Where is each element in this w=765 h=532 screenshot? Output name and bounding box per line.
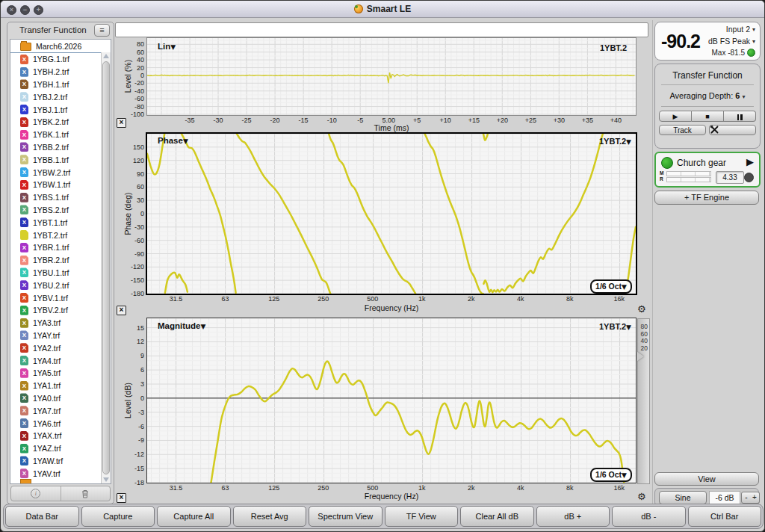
list-item[interactable]: X1YBH.2.trf — [10, 66, 111, 78]
toolbar-button-db-[interactable]: dB + — [536, 506, 610, 527]
list-item[interactable]: X1YBR.1.trf — [10, 241, 111, 254]
toolbar-button-db-[interactable]: dB - — [612, 506, 686, 527]
phase-smoothing-dropdown[interactable]: 1/6 Oct▼ — [590, 279, 632, 294]
averaging-depth-dropdown[interactable]: Averaging Depth: 6 ▾ — [655, 91, 760, 100]
partial-folder-icon — [20, 479, 31, 483]
axis-tick-label: -120 — [117, 263, 144, 270]
plot-area: Lin▼ 1YBT.2 × Phase▼ 1YBT.2▼ 1/6 Oct▼ × … — [114, 22, 649, 504]
list-item[interactable]: X1YAV.trf — [10, 467, 111, 480]
list-item[interactable]: 1YBT.2.trf — [10, 229, 111, 241]
list-item[interactable]: X1YA1.trf — [10, 380, 111, 392]
toolbar-button-tf-view[interactable]: TF View — [385, 506, 459, 527]
list-item[interactable]: X1YBU.1.trf — [10, 267, 111, 279]
stop-button[interactable]: ■ — [692, 111, 724, 122]
list-item[interactable]: X1YBT.1.trf — [10, 216, 111, 229]
list-item[interactable]: X1YBS.1.trf — [10, 191, 111, 204]
delay-value-field[interactable]: 4.33 — [716, 171, 744, 184]
magnitude-trace-dropdown[interactable]: 1YBT.2▼ — [599, 322, 631, 331]
phase-chart-type-dropdown[interactable]: Phase▼ — [158, 136, 188, 145]
list-item[interactable]: X1YBH.1.trf — [10, 78, 111, 91]
list-item[interactable]: X1YBG.1.trf — [10, 53, 111, 66]
view-button[interactable]: View — [654, 472, 759, 486]
axis-tick-label: 250 — [318, 295, 329, 303]
file-name: 1YA2.trf — [33, 344, 61, 353]
magnitude-settings-gear-icon[interactable]: ⚙ — [637, 492, 646, 501]
list-item[interactable]: X1YBJ.1.trf — [10, 103, 111, 116]
pause-button[interactable] — [724, 111, 756, 122]
folder-row[interactable]: March6.2026 — [10, 40, 111, 53]
list-item[interactable]: X1YAW.trf — [10, 455, 111, 468]
toolbar-button-reset-avg[interactable]: Reset Avg — [233, 506, 307, 527]
list-item[interactable]: X1YA2.trf — [10, 341, 111, 354]
tf-engine-church-gear[interactable]: Church gear ▶ M R 4.33 — [654, 152, 761, 188]
phase-close-icon[interactable]: × — [117, 306, 126, 315]
phase-chart[interactable] — [146, 132, 637, 295]
signal-type-button[interactable]: Sine — [659, 491, 707, 504]
list-item[interactable]: X1YA3.trf — [10, 317, 111, 330]
list-item[interactable]: X1YA6.trf — [10, 417, 111, 430]
input-select-dropdown[interactable]: Input 2▾ — [726, 25, 755, 34]
list-item[interactable]: X1YAY.trf — [10, 330, 111, 342]
axis-tick-label: -150 — [117, 276, 144, 284]
lin-chart-type-dropdown[interactable]: Lin▼ — [158, 42, 176, 51]
engine-play-icon[interactable]: ▶ — [746, 156, 754, 167]
track-button[interactable]: Track — [659, 125, 706, 135]
scroll-up-icon[interactable] — [103, 54, 109, 58]
file-icon: X — [20, 243, 28, 253]
list-item[interactable]: X1YBR.2.trf — [10, 254, 111, 267]
lin-chart[interactable] — [146, 37, 637, 116]
scroll-down-icon[interactable] — [103, 477, 109, 482]
meter-unit-dropdown[interactable]: dB FS Peak▾ — [708, 37, 755, 46]
magnitude-chart-type-dropdown[interactable]: Magnitude▼ — [158, 321, 205, 330]
list-item[interactable]: X1YBS.2.trf — [10, 204, 111, 217]
magnitude-chart[interactable] — [146, 318, 637, 483]
list-item[interactable]: X1YBW.2.trf — [10, 166, 111, 179]
axis-tick-label: 1k — [418, 484, 426, 492]
add-tf-engine-button[interactable]: + TF Engine — [654, 191, 759, 205]
toolbar-button-capture-all[interactable]: Capture All — [157, 506, 231, 527]
toolbar-button-ctrl-bar[interactable]: Ctrl Bar — [688, 506, 762, 527]
toolbar-button-spectrum-view[interactable]: Spectrum View — [309, 506, 382, 527]
file-name: 1YBR.2.trf — [33, 256, 69, 265]
phase-trace-dropdown[interactable]: 1YBT.2▼ — [599, 137, 631, 146]
list-item[interactable]: X1YBB.2.trf — [10, 141, 111, 154]
list-item[interactable]: X1YA0.trf — [10, 392, 111, 405]
file-name: 1YBT.1.trf — [33, 218, 67, 227]
file-delete-button[interactable] — [61, 486, 111, 501]
list-item[interactable]: X1YBU.2.trf — [10, 279, 111, 291]
axis-tick-label: 9 — [117, 352, 144, 359]
list-item[interactable]: X1YBV.2.trf — [10, 304, 111, 317]
list-item[interactable]: X1YBB.1.trf — [10, 153, 111, 166]
list-item[interactable]: X1YBV.1.trf — [10, 291, 111, 304]
list-item[interactable]: X1YBK.1.trf — [10, 129, 111, 141]
sidebar-menu-icon[interactable]: ≡ — [94, 24, 110, 37]
list-item[interactable]: X1YAX.trf — [10, 430, 111, 442]
axis-tick-label: 4k — [517, 484, 524, 492]
play-button[interactable]: ▶ — [659, 111, 692, 122]
list-item[interactable]: X1YA4.trf — [10, 354, 111, 367]
phase-settings-gear-icon[interactable]: ⚙ — [637, 304, 646, 314]
scrollbar-thumb[interactable] — [102, 61, 110, 474]
list-item[interactable]: X1YA5.trf — [10, 367, 111, 380]
list-item[interactable]: X1YBK.2.trf — [10, 116, 111, 129]
axis-tick-label: 4k — [517, 295, 524, 303]
file-icon: X — [20, 393, 28, 403]
list-item[interactable]: X1YAZ.trf — [10, 442, 111, 455]
level-plus-button[interactable]: + — [750, 492, 760, 504]
record-dot-icon[interactable] — [744, 173, 754, 182]
list-item[interactable]: X1YBJ.2.trf — [10, 90, 111, 103]
toolbar-button-clear-all-db[interactable]: Clear All dB — [460, 506, 534, 527]
file-name: 1YBB.1.trf — [33, 155, 69, 164]
magnitude-smoothing-dropdown[interactable]: 1/6 Oct▼ — [590, 468, 632, 482]
coherence-scale[interactable]: 80604020 — [637, 318, 650, 484]
file-info-button[interactable]: i — [11, 486, 61, 501]
file-list-scrollbar[interactable] — [101, 52, 111, 483]
toolbar-button-data-bar[interactable]: Data Bar — [5, 506, 79, 527]
list-item[interactable]: X1YBW.1.trf — [10, 179, 111, 191]
magnitude-close-icon[interactable]: × — [117, 493, 126, 503]
toolbar-button-capture[interactable]: Capture — [81, 506, 155, 527]
coherence-pointer[interactable] — [637, 352, 644, 361]
lin-close-icon[interactable]: × — [117, 118, 126, 128]
list-item[interactable]: X1YA7.trf — [10, 404, 111, 417]
tools-button[interactable] — [709, 125, 756, 135]
